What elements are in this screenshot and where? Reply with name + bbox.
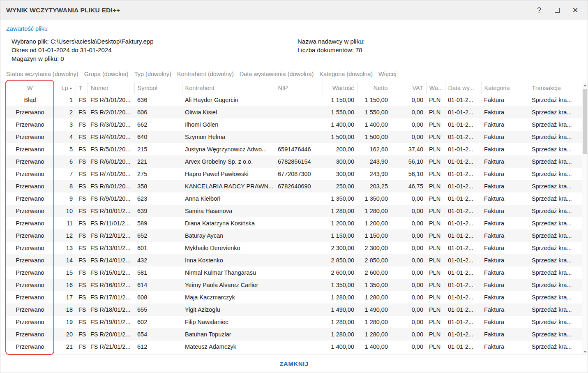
table-row[interactable]: Przerwano15FSFS R/15/01/2...581Nirmal Ku… [6, 266, 582, 279]
vertical-scrollbar[interactable] [582, 82, 588, 355]
column-header-nip[interactable]: NIP [275, 82, 323, 94]
warehouse-text: Magazyn w pliku: 0 [12, 54, 154, 63]
table-row[interactable]: Przerwano4FSFS R/4/01/20...640Szymon Hel… [6, 131, 582, 143]
scrollbar-thumb[interactable] [583, 89, 587, 154]
cell-vat: 0,00 [391, 316, 426, 328]
cell-number: FS R/10/01/2... [88, 205, 134, 217]
column-label: Wa... [429, 85, 443, 91]
cell-net: 2 600,00 [357, 266, 391, 279]
cell-status: Przerwano [6, 291, 54, 303]
filter-wiecej[interactable]: Więcej [378, 71, 397, 77]
window-controls: ? ✕ [530, 1, 584, 19]
cell-lp: 4 [54, 131, 76, 143]
table-row[interactable]: Błąd1FSFS R/1/01/20...636Ali Hayder Güge… [6, 94, 582, 106]
column-header-contractor[interactable]: Kontrahent [182, 82, 275, 94]
table-row[interactable]: Przerwano19FSFS R/19/01/2...602Filip Naw… [6, 316, 582, 328]
table-row[interactable]: Przerwano10FSFS R/10/01/2...639Samira Ha… [6, 205, 582, 217]
cell-contractor: Samira Hasanova [182, 205, 275, 217]
column-header-type[interactable]: T [76, 82, 88, 94]
table-row[interactable]: Przerwano7FSFS R/7/01/20...275Hapro Pawe… [6, 168, 582, 180]
cell-category: Faktura [481, 205, 529, 217]
cell-transaction: Sprzedaż kra... [529, 192, 582, 205]
table-row[interactable]: Przerwano6FSFS R/6/01/20...221Arvex Grob… [6, 155, 582, 168]
table-row[interactable]: Przerwano3FSFS R/3/01/20...662Ilhomi Göl… [6, 118, 582, 131]
filter-status-wczytania[interactable]: Status wczytania (dowolny) [6, 71, 78, 77]
column-label: Symbol [138, 85, 157, 91]
cell-symbol: 221 [134, 155, 182, 168]
cell-vat: 0,00 [391, 94, 426, 106]
cell-symbol: 601 [134, 242, 182, 254]
filter-data-wystawienia[interactable]: Data wystawienia (dowolna) [240, 71, 314, 77]
column-header-gross[interactable]: Wartość [323, 82, 357, 94]
column-header-symbol[interactable]: Symbol [134, 82, 182, 94]
table-row[interactable]: Przerwano14FSFS R/14/01/2...432Inna Kost… [6, 254, 582, 266]
table-row[interactable]: Przerwano2FSFS R/2/01/20...606Oliwia Kis… [6, 106, 582, 118]
cell-category: Faktura [481, 242, 529, 254]
cell-currency: PLN [426, 291, 445, 303]
column-header-net[interactable]: Netto [357, 82, 391, 94]
table-row[interactable]: Przerwano12FSFS R/12/01/2...652Baturay A… [6, 229, 582, 242]
cell-vat: 0,00 [391, 328, 426, 341]
help-button[interactable]: ? [530, 1, 548, 19]
column-header-status[interactable]: W [6, 82, 54, 94]
table-row[interactable]: Przerwano17FSFS R/17/01/2...608Maja Kacz… [6, 291, 582, 303]
close-button[interactable]: ✕ [566, 1, 584, 19]
cell-currency: PLN [426, 205, 445, 217]
cell-transaction: Sprzedaż kra... [529, 155, 582, 168]
column-header-number[interactable]: Numer [88, 82, 134, 94]
cell-status: Błąd [6, 94, 54, 106]
filter-grupa[interactable]: Grupa (dowolna) [84, 71, 129, 77]
cell-number: FS R/6/01/20... [88, 155, 134, 168]
table-row[interactable]: Przerwano8FSFS R/8/01/20...358KANCELARIA… [6, 180, 582, 192]
table-row[interactable]: Przerwano18FSFS R/18/01/2...655Yigit Azi… [6, 303, 582, 316]
column-header-lp[interactable]: Lp▲ [54, 82, 76, 94]
column-header-category[interactable]: Kategoria [481, 82, 529, 94]
cell-type: FS [76, 205, 88, 217]
cell-transaction: Sprzedaż kra... [529, 106, 582, 118]
cell-issue-date: 01-01-2... [445, 316, 481, 328]
cell-type: FS [76, 254, 88, 266]
cell-nip [275, 131, 323, 143]
cell-symbol: 652 [134, 229, 182, 242]
cell-contractor: Hapro Paweł Pawłowski [182, 168, 275, 180]
cell-net: 2 850,00 [357, 254, 391, 266]
cell-nip [275, 279, 323, 291]
close-dialog-button[interactable]: ZAMKNIJ [279, 360, 308, 367]
cell-transaction: Sprzedaż kra... [529, 94, 582, 106]
table-row[interactable]: Przerwano20FSFS R/20/01/2...654Batuhan T… [6, 328, 582, 341]
cell-category: Faktura [481, 131, 529, 143]
cell-number: FS R/12/01/2... [88, 229, 134, 242]
maximize-button[interactable] [548, 1, 566, 19]
cell-contractor: KANCELARIA RADCY PRAWN... [182, 180, 275, 192]
table-row[interactable]: Przerwano21FSFS R/21/01/2...612Mateusz A… [6, 341, 582, 353]
table-row[interactable]: Przerwano9FSFS R/9/01/20...623Anna Kiełb… [6, 192, 582, 205]
filter-kategoria[interactable]: Kategoria (dowolna) [319, 71, 373, 77]
cell-gross: 1 550,00 [323, 106, 357, 118]
column-header-issue-date[interactable]: Data wy... [445, 82, 481, 94]
cell-issue-date: 01-01-2... [445, 143, 481, 155]
cell-status: Przerwano [6, 328, 54, 341]
cell-symbol: 654 [134, 328, 182, 341]
table-row[interactable]: Przerwano5FSFS R/5/01/20...215Justyna Wę… [6, 143, 582, 155]
column-header-vat[interactable]: VAT [391, 82, 426, 94]
cell-nip [275, 229, 323, 242]
scroll-up-icon[interactable] [582, 82, 588, 88]
cell-net: 243,90 [357, 168, 391, 180]
cell-status: Przerwano [6, 180, 54, 192]
column-header-transaction[interactable]: Transakcja [529, 82, 582, 94]
filter-typ[interactable]: Typ (dowolny) [134, 71, 171, 77]
cell-transaction: Sprzedaż kra... [529, 254, 582, 266]
column-header-currency[interactable]: Wa... [426, 82, 445, 94]
filter-kontrahent[interactable]: Kontrahent (dowolny) [177, 71, 234, 77]
file-contents-link[interactable]: Zawartość pliku [6, 25, 48, 32]
table-row[interactable]: Przerwano16FSFS R/16/01/2...614Yeimy Pao… [6, 279, 582, 291]
cell-nip [275, 291, 323, 303]
cell-category: Faktura [481, 279, 529, 291]
column-label: NIP [278, 85, 288, 91]
cell-transaction: Sprzedaż kra... [529, 316, 582, 328]
cell-issue-date: 01-01-2... [445, 217, 481, 229]
cell-currency: PLN [426, 118, 445, 131]
table-row[interactable]: Przerwano13FSFS R/13/01/2...601Mykhailo … [6, 242, 582, 254]
cell-gross: 1 350,00 [323, 192, 357, 205]
table-row[interactable]: Przerwano11FSFS R/11/01/2...589Diana Kat… [6, 217, 582, 229]
